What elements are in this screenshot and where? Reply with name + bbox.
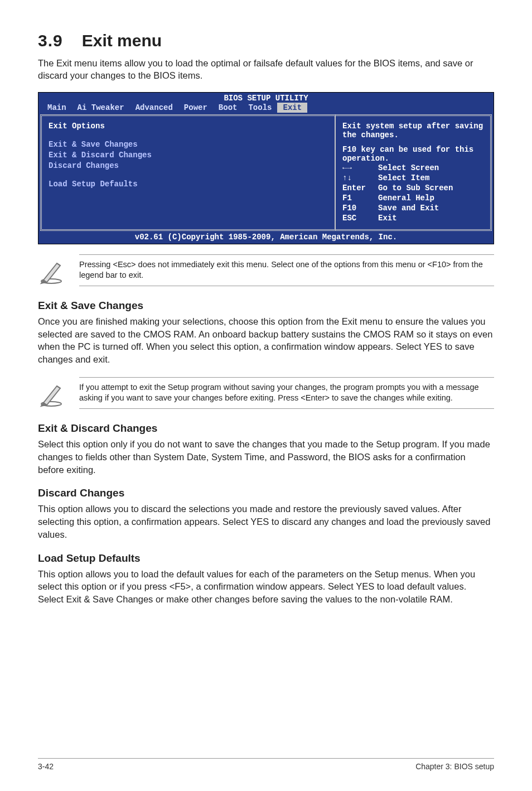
paragraph: Once you are finished making your select… bbox=[38, 315, 494, 366]
bios-body: Exit Options Exit & Save Changes Exit & … bbox=[38, 114, 494, 231]
bios-nav-row: EnterGo to Sub Screen bbox=[342, 183, 485, 193]
bios-nav-row: F10Save and Exit bbox=[342, 203, 485, 213]
section-number: 3.9 bbox=[38, 31, 63, 50]
note-rule: Pressing <Esc> does not immediately exit… bbox=[79, 254, 494, 286]
bios-left-pane: Exit Options Exit & Save Changes Exit & … bbox=[40, 114, 336, 231]
bios-nav-legend: ←→Select Screen ↑↓Select Item EnterGo to… bbox=[342, 163, 485, 224]
bios-nav-key: Enter bbox=[342, 183, 378, 193]
paragraph: This option allows you to load the defau… bbox=[38, 568, 494, 606]
note-icon bbox=[38, 380, 65, 407]
bios-title: BIOS SETUP UTILITY bbox=[38, 93, 494, 103]
note-box: If you attempt to exit the Setup program… bbox=[38, 377, 494, 409]
bios-help-text: Exit system setup after saving the chang… bbox=[342, 122, 485, 163]
bios-window: BIOS SETUP UTILITY Main Ai Tweaker Advan… bbox=[38, 92, 494, 244]
bios-item-exit-discard[interactable]: Exit & Discard Changes bbox=[49, 151, 328, 160]
note-text: If you attempt to exit the Setup program… bbox=[79, 382, 494, 404]
bios-nav-label: General Help bbox=[378, 193, 434, 203]
bios-item-load-defaults[interactable]: Load Setup Defaults bbox=[49, 180, 328, 189]
paragraph: Select this option only if you do not wa… bbox=[38, 438, 494, 476]
bios-tab-tools[interactable]: Tools bbox=[243, 103, 277, 113]
bios-nav-row: ESCExit bbox=[342, 213, 485, 223]
page-heading: 3.9Exit menu bbox=[38, 31, 494, 50]
note-rule: If you attempt to exit the Setup program… bbox=[79, 377, 494, 409]
bios-tab-boot[interactable]: Boot bbox=[213, 103, 243, 113]
bios-item-discard[interactable]: Discard Changes bbox=[49, 161, 328, 170]
bios-nav-row: ↑↓Select Item bbox=[342, 173, 485, 183]
note-box: Pressing <Esc> does not immediately exit… bbox=[38, 254, 494, 286]
bios-nav-label: Save and Exit bbox=[378, 203, 439, 213]
bios-nav-label: Select Screen bbox=[378, 163, 439, 173]
bios-nav-key: ESC bbox=[342, 213, 378, 223]
bios-tab-bar: Main Ai Tweaker Advanced Power Boot Tool… bbox=[38, 103, 494, 114]
bios-right-pane: Exit system setup after saving the chang… bbox=[336, 114, 492, 231]
bios-nav-key: F10 bbox=[342, 203, 378, 213]
bios-nav-label: Go to Sub Screen bbox=[378, 183, 453, 193]
bios-tab-exit[interactable]: Exit bbox=[277, 103, 307, 113]
paragraph: This option allows you to discard the se… bbox=[38, 503, 494, 541]
bios-item-exit-save[interactable]: Exit & Save Changes bbox=[49, 140, 328, 149]
bios-footer: v02.61 (C)Copyright 1985-2009, American … bbox=[38, 231, 494, 244]
page-footer: 3-42 Chapter 3: BIOS setup bbox=[38, 758, 494, 771]
bios-nav-key: F1 bbox=[342, 193, 378, 203]
bios-tab-power[interactable]: Power bbox=[178, 103, 213, 113]
subheading-load-defaults: Load Setup Defaults bbox=[38, 552, 494, 565]
note-text: Pressing <Esc> does not immediately exit… bbox=[79, 259, 494, 281]
bios-options-header: Exit Options bbox=[49, 122, 328, 131]
bios-nav-key: ↑↓ bbox=[342, 173, 378, 183]
bios-nav-label: Select Item bbox=[378, 173, 429, 183]
note-icon bbox=[38, 258, 65, 284]
subheading-discard: Discard Changes bbox=[38, 487, 494, 499]
bios-help-line1: Exit system setup after saving the chang… bbox=[342, 122, 485, 139]
subheading-exit-save: Exit & Save Changes bbox=[38, 300, 494, 312]
bios-nav-row: ←→Select Screen bbox=[342, 163, 485, 173]
page-number: 3-42 bbox=[38, 762, 54, 771]
subheading-exit-discard: Exit & Discard Changes bbox=[38, 422, 494, 435]
bios-help-line2: F10 key can be used for this operation. bbox=[342, 145, 485, 163]
section-title: Exit menu bbox=[82, 31, 162, 50]
intro-paragraph: The Exit menu items allow you to load th… bbox=[38, 57, 494, 82]
bios-tab-advanced[interactable]: Advanced bbox=[130, 103, 178, 113]
bios-tab-aitweaker[interactable]: Ai Tweaker bbox=[72, 103, 130, 113]
chapter-label: Chapter 3: BIOS setup bbox=[415, 762, 494, 771]
bios-nav-row: F1General Help bbox=[342, 193, 485, 203]
bios-nav-key: ←→ bbox=[342, 163, 378, 173]
bios-nav-label: Exit bbox=[378, 213, 397, 223]
bios-tab-main[interactable]: Main bbox=[42, 103, 72, 113]
